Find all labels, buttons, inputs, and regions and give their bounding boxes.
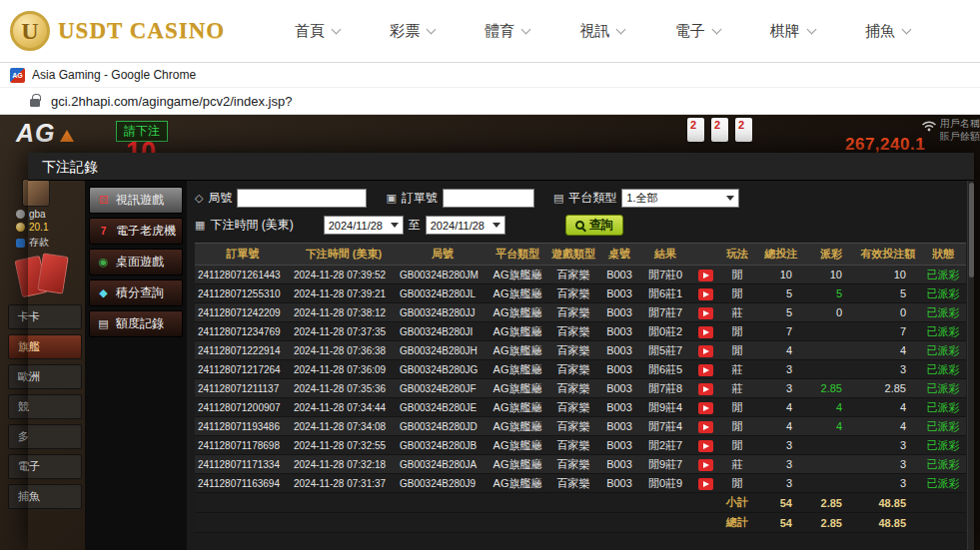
nav-item-7[interactable]: 捕魚 bbox=[865, 22, 910, 41]
table-row: 2411280712009072024-11-28 07:34:44GB0032… bbox=[195, 398, 966, 417]
sidebar-item-5[interactable]: ▤額度記錄 bbox=[89, 310, 183, 337]
cell-wager: 莊 bbox=[718, 303, 756, 322]
cell-round: GB00324B280JE bbox=[397, 398, 489, 417]
cell-order: 241128071178698 bbox=[195, 436, 291, 455]
col-valid: 有效投注額 bbox=[856, 244, 920, 266]
cell-wager: 閒 bbox=[718, 341, 756, 360]
cell-bet: 5 bbox=[756, 284, 806, 303]
bet-time-label: 下注時間 (美東) bbox=[210, 217, 293, 234]
cell-table_no: B003 bbox=[600, 455, 638, 474]
sidebar-item-label: 積分查詢 bbox=[116, 284, 164, 301]
nav-item-label: 電子 bbox=[675, 22, 705, 41]
site-nav: 首頁彩票體育視訊電子棋牌捕魚 bbox=[235, 22, 970, 41]
spacer-cell bbox=[195, 513, 718, 533]
cell-bet: 4 bbox=[756, 417, 806, 436]
nav-item-3[interactable]: 體育 bbox=[485, 22, 529, 41]
doc-icon: ▤ bbox=[97, 317, 110, 330]
search-button[interactable]: 查詢 bbox=[565, 215, 623, 236]
cell-time: 2024-11-28 07:34:08 bbox=[291, 417, 397, 436]
col-round: 局號 bbox=[397, 244, 489, 266]
order-input[interactable] bbox=[443, 189, 534, 208]
cell-order: 241128071222914 bbox=[195, 341, 291, 360]
nav-item-5[interactable]: 電子 bbox=[675, 22, 720, 41]
scrollbar-thumb[interactable] bbox=[969, 183, 974, 277]
cell-valid: 0 bbox=[856, 303, 920, 322]
chrome-titlebar: AG Asia Gaming - Google Chrome bbox=[0, 62, 980, 87]
date-from-picker[interactable]: 2024/11/28 bbox=[324, 216, 404, 235]
spacer-cell bbox=[920, 493, 966, 513]
cell-valid: 4 bbox=[856, 341, 920, 360]
round-input[interactable] bbox=[237, 189, 367, 208]
cell-valid: 7 bbox=[856, 322, 920, 341]
modal-content: ◇ 局號 ▣ 訂單號 ▤ 平台類型 1.全部 ▦ 下注時間 (美東) bbox=[187, 181, 974, 550]
replay-button[interactable] bbox=[698, 288, 713, 300]
cell-status: 已派彩 bbox=[920, 284, 966, 303]
ag-logo: AG bbox=[16, 119, 74, 148]
cell-status: 已派彩 bbox=[920, 341, 966, 360]
platform-select[interactable]: 1.全部 bbox=[621, 189, 739, 208]
cell-payout bbox=[806, 455, 856, 474]
cell-time: 2024-11-28 07:39:21 bbox=[291, 284, 397, 303]
address-bar[interactable]: gci.2hhapi.com/agingame/pcv2/index.jsp? bbox=[0, 87, 980, 115]
replay-button[interactable] bbox=[698, 326, 713, 338]
cell-status: 已派彩 bbox=[920, 436, 966, 455]
url-text[interactable]: gci.2hhapi.com/agingame/pcv2/index.jsp? bbox=[51, 94, 292, 109]
cell-result: 閒0莊2 bbox=[638, 322, 692, 341]
replay-button[interactable] bbox=[698, 402, 713, 414]
cell-order: 241128071211137 bbox=[195, 379, 291, 398]
replay-button[interactable] bbox=[698, 364, 713, 376]
col-result: 結果 bbox=[638, 244, 692, 266]
cell-status: 已派彩 bbox=[920, 266, 966, 284]
cell-bet: 3 bbox=[756, 436, 806, 455]
replay-button[interactable] bbox=[698, 307, 713, 319]
coin-icon bbox=[16, 223, 25, 232]
chevron-down-icon bbox=[492, 223, 500, 228]
cell-result: 閒9莊4 bbox=[638, 398, 692, 417]
cell-result: 閒6莊1 bbox=[638, 284, 692, 303]
lock-icon bbox=[30, 99, 40, 107]
playing-card: 2 bbox=[711, 118, 728, 142]
chevron-down-icon bbox=[616, 24, 626, 34]
nav-item-2[interactable]: 彩票 bbox=[390, 22, 435, 41]
chevron-down-icon bbox=[901, 24, 911, 34]
sidebar-item-4[interactable]: ◆積分查詢 bbox=[89, 279, 183, 306]
sidebar-item-3[interactable]: ◉桌面遊戲 bbox=[89, 249, 183, 275]
table-row: 2411280711713342024-11-28 07:32:18GB0032… bbox=[195, 455, 966, 474]
replay-button[interactable] bbox=[698, 421, 713, 433]
cell-platform: AG旗艦廳 bbox=[489, 417, 546, 436]
total-payout: 2.85 bbox=[806, 513, 856, 533]
cell-time: 2024-11-28 07:36:38 bbox=[291, 341, 397, 360]
nav-item-6[interactable]: 棋牌 bbox=[770, 22, 815, 41]
game-area: AG 請下注 10 222 267,240.1 用戶名稱 賬戶餘額 gba 20… bbox=[0, 115, 980, 550]
sidebar-item-1[interactable]: ⚄視訊遊戲 bbox=[89, 187, 183, 214]
cell-platform: AG旗艦廳 bbox=[489, 360, 546, 379]
chevron-down-icon bbox=[521, 24, 531, 34]
scrollbar[interactable] bbox=[967, 181, 974, 550]
playing-card: 2 bbox=[687, 118, 704, 142]
cell-table_no: B003 bbox=[600, 266, 638, 284]
table-row: 2411280711934862024-11-28 07:34:08GB0032… bbox=[195, 417, 966, 436]
sidebar-item-2[interactable]: 7電子老虎機 bbox=[89, 218, 183, 245]
site-logo[interactable]: U USDT CASINO bbox=[10, 11, 235, 51]
replay-button[interactable] bbox=[698, 383, 713, 395]
date-to-picker[interactable]: 2024/11/28 bbox=[426, 216, 505, 235]
search-icon bbox=[575, 221, 584, 230]
replay-button[interactable] bbox=[698, 345, 713, 357]
cell-wager: 閒 bbox=[718, 398, 756, 417]
ag-favicon-icon: AG bbox=[10, 68, 25, 83]
cell-game: 百家樂 bbox=[546, 417, 600, 436]
cell-game: 百家樂 bbox=[546, 474, 600, 493]
nav-item-4[interactable]: 視訊 bbox=[579, 22, 624, 41]
cell-round: GB00324B280JI bbox=[397, 322, 489, 341]
nav-item-1[interactable]: 首頁 bbox=[295, 22, 340, 41]
replay-button[interactable] bbox=[698, 459, 713, 471]
cell-payout: 0 bbox=[806, 303, 856, 322]
replay-button[interactable] bbox=[698, 478, 713, 490]
replay-button[interactable] bbox=[698, 440, 713, 452]
replay-button[interactable] bbox=[698, 270, 713, 281]
chevron-down-icon bbox=[391, 223, 399, 228]
cell-platform: AG旗艦廳 bbox=[489, 303, 546, 322]
cell-status: 已派彩 bbox=[920, 360, 966, 379]
bet-records-modal: 下注記錄 ⚄視訊遊戲7電子老虎機◉桌面遊戲◆積分查詢▤額度記錄 ◇ 局號 ▣ 訂… bbox=[28, 153, 974, 550]
cell-order: 241128071193486 bbox=[195, 417, 291, 436]
